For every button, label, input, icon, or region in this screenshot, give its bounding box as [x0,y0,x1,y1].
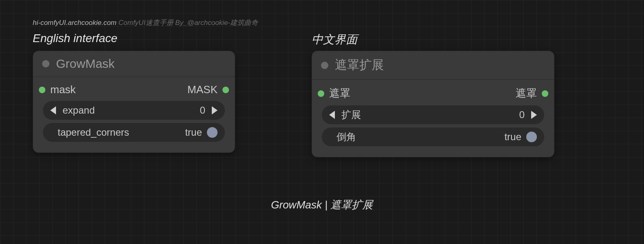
widget-label: expand [63,105,95,116]
decrement-arrow-icon[interactable] [50,106,56,114]
node-collapse-dot[interactable] [42,60,49,67]
widget-value: true [185,127,202,138]
heading-english: English interface [33,32,117,45]
node-header[interactable]: GrowMask [33,51,235,77]
widget-label: 倒角 [337,130,356,143]
widget-label: 扩展 [341,108,361,121]
node-collapse-dot[interactable] [321,62,328,69]
widget-value: true [505,131,521,143]
output-port-mask[interactable] [222,87,229,93]
io-row: 遮罩 遮罩 [312,85,554,102]
input-port-mask[interactable] [39,87,45,93]
widget-value[interactable]: 0 [200,105,205,116]
decrement-arrow-icon[interactable] [329,111,335,119]
widget-expand[interactable]: 扩展 0 [322,105,544,124]
toggle-indicator-icon[interactable] [526,132,537,142]
input-label: 遮罩 [329,86,350,101]
attribution-site: hi-comfyUI.archcookie.com [33,19,117,27]
output-port-mask[interactable] [542,90,548,97]
output-label: MASK [187,83,218,96]
node-header[interactable]: 遮罩扩展 [312,51,554,80]
widget-tapered-corners[interactable]: 倒角 true [322,128,544,146]
node-body: 遮罩 遮罩 扩展 0 倒角 true [312,80,554,157]
heading-chinese: 中文界面 [312,32,357,47]
input-port-mask[interactable] [318,90,324,97]
widget-label: tapered_corners [58,127,129,138]
image-caption: GrowMask | 遮罩扩展 [0,198,644,212]
node-title: GrowMask [56,57,114,71]
attribution-byline: ComfyUI速查手册 By_@archcookie-建筑曲奇 [117,19,258,27]
increment-arrow-icon[interactable] [212,106,218,114]
toggle-indicator-icon[interactable] [207,127,218,138]
node-title: 遮罩扩展 [335,57,384,74]
output-label: 遮罩 [516,86,537,101]
io-row: mask MASK [33,82,235,98]
node-growmask-en[interactable]: GrowMask mask MASK expand 0 [33,51,235,153]
widget-tapered-corners[interactable]: tapered_corners true [43,123,225,142]
widget-value[interactable]: 0 [519,109,525,121]
input-label: mask [50,83,76,96]
increment-arrow-icon[interactable] [531,111,537,119]
node-growmask-zh[interactable]: 遮罩扩展 遮罩 遮罩 扩展 0 倒角 [312,51,554,157]
widget-expand[interactable]: expand 0 [43,101,225,120]
node-body: mask MASK expand 0 tapered_corners true [33,77,235,152]
attribution: hi-comfyUI.archcookie.com ComfyUI速查手册 By… [33,18,258,27]
